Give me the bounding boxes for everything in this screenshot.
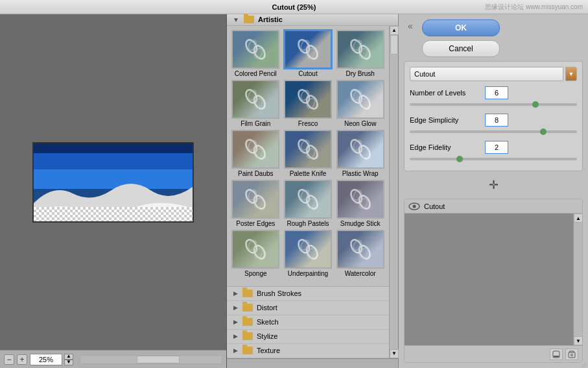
bottom-preview-row: ▲ ▼ (405, 214, 582, 345)
category-item-brush-strokes[interactable]: ▶Brush Strokes (227, 287, 389, 301)
simplicity-slider-track[interactable] (410, 130, 577, 133)
filter-item-palette-knife[interactable]: Palette Knife (283, 130, 333, 177)
filter-panel: ▼ Artistic Colored Pencil (227, 14, 399, 368)
simplicity-slider-thumb[interactable] (540, 129, 547, 135)
simplicity-value[interactable]: 8 (485, 114, 508, 127)
add-state-button[interactable] (550, 349, 563, 360)
collapse-artistic-button[interactable]: ▼ (232, 16, 240, 23)
cancel-button[interactable]: Cancel (422, 40, 500, 57)
filter-label-poster-edges: Poster Edges (236, 220, 275, 227)
filter-grid: Colored Pencil Cutout Dry Brush (231, 30, 385, 277)
filter-item-fresco[interactable]: Fresco (283, 80, 333, 127)
window-title: Cutout (25%) (272, 3, 316, 11)
ok-button[interactable]: OK (422, 19, 500, 36)
filter-item-neon-glow[interactable]: Neon Glow (335, 80, 385, 127)
filter-item-plastic-wrap[interactable]: Plastic Wrap (335, 130, 385, 177)
filter-item-sponge[interactable]: Sponge (231, 230, 281, 277)
chain-icon-watercolor (346, 234, 375, 264)
filter-label-cutout: Cutout (298, 70, 317, 77)
bottom-preview-label: Cutout (424, 202, 445, 210)
watermark: 思缘设计论坛 www.missyuan.com (485, 3, 583, 12)
filter-thumb-plastic-wrap (336, 130, 384, 169)
filter-thumb-sponge (231, 230, 279, 269)
filter-category-header: ▼ Artistic (227, 14, 398, 26)
title-bar: Cutout (25%) 思缘设计论坛 www.missyuan.com (0, 0, 588, 14)
filter-label-watercolor: Watercolor (345, 270, 376, 277)
zoom-out-button[interactable]: − (4, 354, 14, 365)
zoom-spinner[interactable]: ▲ ▼ (64, 354, 73, 365)
filter-dropdown-arrow[interactable]: ▼ (565, 67, 577, 81)
filter-label-film-grain: Film Grain (241, 120, 270, 127)
fidelity-slider-row (410, 158, 577, 166)
chain-icon-poster-edges (241, 184, 270, 214)
filter-name-display: Cutout (410, 67, 563, 81)
expand-arrow-brush-strokes: ▶ (232, 290, 239, 297)
filter-thumb-dry-brush (336, 30, 384, 69)
zoom-spin-down[interactable]: ▼ (64, 360, 73, 365)
filter-item-film-grain[interactable]: Film Grain (231, 80, 281, 127)
bottom-preview-box: Cutout ▲ ▼ (404, 199, 583, 363)
bp-scroll-up[interactable]: ▲ (574, 214, 582, 223)
category-label-texture: Texture (257, 347, 280, 354)
filter-label-palette-knife: Palette Knife (290, 170, 327, 177)
category-item-distort[interactable]: ▶Distort (227, 301, 389, 315)
collapse-panel-button[interactable]: « (404, 19, 417, 32)
filter-thumb-fresco (284, 80, 332, 119)
filter-label-plastic-wrap: Plastic Wrap (342, 170, 379, 177)
scrollbar-thumb-h (137, 356, 179, 363)
levels-slider-track[interactable] (410, 103, 577, 106)
folder-icon-distort (242, 304, 253, 312)
filter-controls-box: Cutout ▼ Number of Levels 6 Edge Simplic… (404, 61, 583, 171)
preview-panel: − + 25% ▲ ▼ (0, 14, 227, 368)
category-item-texture[interactable]: ▶Texture (227, 344, 389, 358)
filter-item-smudge-stick[interactable]: Smudge Stick (335, 180, 385, 227)
svg-rect-63 (554, 356, 559, 357)
category-item-stylize[interactable]: ▶Stylize (227, 330, 389, 344)
svg-rect-64 (569, 352, 575, 358)
svg-point-33 (357, 143, 371, 160)
scroll-up-button[interactable]: ▲ (390, 26, 399, 35)
zoom-in-button[interactable]: + (17, 354, 27, 365)
chain-icon-film-grain (241, 84, 270, 114)
filter-label-paint-daubs: Paint Daubs (238, 170, 273, 177)
filter-item-poster-edges[interactable]: Poster Edges (231, 180, 281, 227)
fidelity-value[interactable]: 2 (485, 141, 508, 154)
fidelity-slider-track[interactable] (410, 158, 577, 160)
levels-value[interactable]: 6 (485, 86, 508, 99)
simplicity-control-row: Edge Simplicity 8 (410, 114, 577, 127)
scroll-track (390, 35, 398, 349)
delete-state-button[interactable] (565, 349, 578, 360)
bp-scroll-down[interactable]: ▼ (574, 336, 582, 345)
simplicity-slider-row (410, 130, 577, 141)
levels-slider-thumb[interactable] (532, 101, 539, 108)
svg-point-57 (357, 243, 371, 260)
svg-point-61 (413, 204, 416, 208)
preview-canvas (34, 143, 193, 221)
svg-point-9 (357, 43, 371, 60)
filter-item-paint-daubs[interactable]: Paint Daubs (231, 130, 281, 177)
expand-arrow-texture: ▶ (232, 347, 239, 354)
resize-corner[interactable] (579, 359, 588, 368)
preview-scrollbar-h[interactable] (80, 355, 222, 364)
svg-point-29 (305, 143, 320, 160)
filter-item-rough-pastels[interactable]: Rough Pastels (283, 180, 333, 227)
category-item-sketch[interactable]: ▶Sketch (227, 315, 389, 330)
filter-categories: ▶Brush Strokes▶Distort▶Sketch▶Stylize▶Te… (227, 286, 389, 358)
eye-icon[interactable] (408, 202, 420, 211)
filter-item-colored-pencil[interactable]: Colored Pencil (231, 30, 281, 77)
chain-icon-smudge-stick (346, 184, 375, 214)
filter-thumb-smudge-stick (336, 180, 384, 219)
filter-item-underpainting[interactable]: Underpainting (283, 230, 333, 277)
expand-arrow-sketch: ▶ (232, 319, 239, 325)
svg-point-37 (252, 193, 267, 210)
filter-item-dry-brush[interactable]: Dry Brush (335, 30, 385, 77)
filter-item-watercolor[interactable]: Watercolor (335, 230, 385, 277)
filter-item-cutout[interactable]: Cutout (283, 30, 333, 77)
filter-grid-area[interactable]: Colored Pencil Cutout Dry Brush (227, 26, 389, 286)
filter-label-fresco: Fresco (298, 120, 318, 127)
filter-scrollbar[interactable]: ▲ ▼ (389, 26, 398, 358)
fidelity-slider-thumb[interactable] (456, 156, 463, 162)
scroll-down-button[interactable]: ▼ (390, 349, 399, 358)
bottom-preview-scrollbar[interactable]: ▲ ▼ (573, 214, 582, 345)
svg-point-45 (357, 193, 371, 210)
